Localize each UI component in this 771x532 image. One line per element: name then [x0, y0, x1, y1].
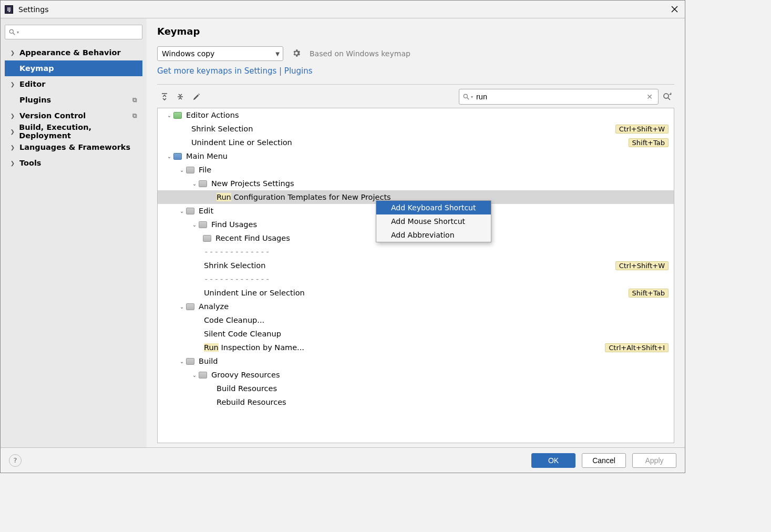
tree-label: Code Cleanup... — [204, 316, 264, 324]
tree-leaf-run-inspection-by-name[interactable]: Run Inspection by Name... Ctrl+Alt+Shift… — [158, 341, 674, 354]
nav-label: Languages & Frameworks — [19, 143, 130, 151]
tree-leaf[interactable]: Code Cleanup... — [158, 313, 674, 327]
tree-label: Find Usages — [211, 220, 257, 229]
window-title: Settings — [18, 5, 48, 14]
nav-label: Plugins — [19, 96, 51, 104]
actions-tree[interactable]: ⌄ Editor Actions Shrink Selection Ctrl+S… — [157, 108, 674, 443]
svg-point-8 — [664, 94, 669, 98]
nav-version-control[interactable]: ❯ Version Control ⧉ — [5, 108, 142, 124]
tree-label: Silent Code Cleanup — [204, 330, 281, 338]
tree-label: Shrink Selection — [191, 125, 253, 133]
keymap-dropdown[interactable]: Windows copy ▼ — [157, 46, 283, 61]
nav-label: Keymap — [19, 64, 54, 73]
apply-button[interactable]: Apply — [632, 453, 676, 468]
tree-leaf[interactable]: Silent Code Cleanup — [158, 327, 674, 341]
tree-label: Build Resources — [217, 384, 277, 393]
collapse-all-icon — [176, 93, 184, 101]
tree-separator: ------------- — [158, 272, 674, 286]
sidebar: ▾ ❯ Appearance & Behavior Keymap ❯ Edito… — [1, 18, 147, 447]
find-by-shortcut-button[interactable] — [660, 89, 674, 104]
help-icon: ? — [14, 456, 17, 464]
nav-label: Version Control — [19, 111, 86, 120]
expand-all-button[interactable] — [157, 90, 172, 104]
main-panel: Keymap Windows copy ▼ Based on Windows k… — [147, 18, 685, 447]
get-more-keymaps-link[interactable]: Get more keymaps in Settings | Plugins — [157, 66, 313, 76]
tree-node-editor-actions[interactable]: ⌄ Editor Actions — [158, 108, 674, 122]
tree-node-file[interactable]: ⌄ File — [158, 163, 674, 177]
find-shortcut-icon — [662, 92, 672, 101]
chevron-right-icon: ❯ — [9, 50, 16, 56]
folder-icon — [199, 372, 207, 378]
tree-label: Edit — [199, 207, 213, 215]
tree-label: Run Configuration Templates for New Proj… — [217, 193, 391, 201]
sidebar-search[interactable]: ▾ — [5, 25, 142, 39]
nav-label: Editor — [19, 80, 45, 88]
collapse-all-button[interactable] — [173, 90, 188, 104]
nav-label: Tools — [19, 159, 42, 167]
tree-node-groovy-resources[interactable]: ⌄ Groovy Resources — [158, 368, 674, 382]
gear-icon — [292, 48, 301, 58]
shortcut-badge: Ctrl+Shift+W — [615, 125, 669, 134]
nav-plugins[interactable]: Plugins ⧉ — [5, 92, 142, 108]
svg-line-3 — [13, 33, 15, 35]
tree-node-new-projects-settings[interactable]: ⌄ New Projects Settings — [158, 177, 674, 190]
dialog-footer: ? OK Cancel Apply — [1, 447, 685, 473]
help-button[interactable]: ? — [9, 454, 22, 467]
tree-toolbar: ▾ ✕ — [157, 89, 674, 105]
cancel-button[interactable]: Cancel — [582, 453, 626, 468]
svg-line-9 — [668, 98, 670, 100]
clear-search-button[interactable]: ✕ — [644, 93, 655, 101]
sidebar-search-input[interactable] — [19, 28, 139, 37]
context-menu: Add Keyboard Shortcut Add Mouse Shortcut… — [376, 200, 491, 242]
chevron-down-icon: ⌄ — [190, 181, 199, 187]
divider — [157, 84, 674, 85]
nav-label: Appearance & Behavior — [19, 48, 121, 57]
chevron-right-icon: ❯ — [9, 81, 16, 87]
tree-leaf[interactable]: Unindent Line or Selection Shift+Tab — [158, 136, 674, 149]
context-menu-add-mouse-shortcut[interactable]: Add Mouse Shortcut — [376, 214, 491, 228]
actions-search-input[interactable] — [473, 92, 644, 101]
nav-keymap[interactable]: Keymap — [5, 60, 142, 76]
chevron-down-icon: ⌄ — [190, 372, 199, 378]
chevron-down-icon: ▼ — [275, 51, 280, 57]
context-menu-add-abbreviation[interactable]: Add Abbreviation — [376, 228, 491, 242]
tree-leaf[interactable]: Build Resources — [158, 382, 674, 395]
nav-build-execution-deployment[interactable]: ❯ Build, Execution, Deployment — [5, 124, 142, 139]
tree-label: Unindent Line or Selection — [204, 289, 305, 297]
tree-label: File — [199, 166, 211, 174]
page-title: Keymap — [157, 26, 674, 37]
tree-label: Editor Actions — [186, 111, 239, 119]
nav-tools[interactable]: ❯ Tools — [5, 155, 142, 171]
based-on-text: Based on Windows keymap — [310, 49, 410, 58]
tree-label: Groovy Resources — [211, 371, 280, 379]
search-icon — [8, 28, 16, 36]
tree-node-build[interactable]: ⌄ Build — [158, 354, 674, 368]
close-icon — [671, 6, 678, 13]
tree-leaf[interactable]: Unindent Line or Selection Shift+Tab — [158, 286, 674, 300]
ok-button[interactable]: OK — [531, 453, 575, 468]
keymap-settings-button[interactable] — [292, 48, 301, 59]
folder-icon — [203, 235, 211, 242]
chevron-down-icon: ⌄ — [178, 167, 186, 173]
tree-leaf[interactable]: Shrink Selection Ctrl+Shift+W — [158, 259, 674, 272]
tree-node-main-menu[interactable]: ⌄ Main Menu — [158, 149, 674, 163]
edit-shortcut-button[interactable] — [189, 90, 203, 104]
chevron-right-icon: ❯ — [9, 145, 16, 150]
nav-editor[interactable]: ❯ Editor — [5, 76, 142, 92]
chevron-down-icon: ⌄ — [165, 112, 173, 118]
chevron-right-icon: ❯ — [9, 160, 16, 166]
tree-node-analyze[interactable]: ⌄ Analyze — [158, 300, 674, 313]
window-close-button[interactable] — [668, 3, 681, 16]
chevron-down-icon: ⌄ — [178, 359, 186, 364]
nav-appearance-behavior[interactable]: ❯ Appearance & Behavior — [5, 45, 142, 60]
nav-languages-frameworks[interactable]: ❯ Languages & Frameworks — [5, 139, 142, 155]
titlebar: IJ Settings — [1, 1, 685, 18]
actions-search[interactable]: ▾ ✕ — [459, 89, 659, 105]
tree-leaf[interactable]: Rebuild Resources — [158, 395, 674, 409]
tree-label: New Projects Settings — [211, 179, 294, 188]
shortcut-badge: Shift+Tab — [629, 138, 669, 147]
keymap-selector-row: Windows copy ▼ Based on Windows keymap — [157, 46, 674, 61]
pencil-icon — [192, 93, 200, 101]
tree-leaf[interactable]: Shrink Selection Ctrl+Shift+W — [158, 122, 674, 136]
context-menu-add-keyboard-shortcut[interactable]: Add Keyboard Shortcut — [376, 201, 491, 214]
